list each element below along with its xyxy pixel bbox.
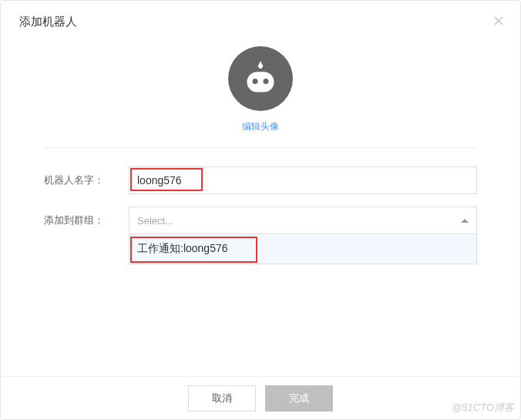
- select-placeholder: Select...: [137, 215, 173, 227]
- group-option[interactable]: 工作通知:loong576: [129, 234, 476, 264]
- dialog-title: 添加机器人: [19, 15, 502, 29]
- cancel-button[interactable]: 取消: [188, 385, 256, 412]
- edit-avatar-link[interactable]: 编辑头像: [242, 121, 279, 132]
- name-label: 机器人名字：: [44, 173, 129, 187]
- submit-button[interactable]: 完成: [265, 385, 333, 412]
- robot-name-input[interactable]: [129, 166, 477, 194]
- chevron-up-icon: [461, 219, 469, 223]
- svg-point-3: [264, 79, 269, 84]
- svg-rect-1: [247, 72, 274, 92]
- divider: [44, 147, 477, 148]
- group-label: 添加到群组：: [44, 213, 129, 227]
- robot-avatar: [228, 46, 293, 111]
- group-dropdown: 工作通知:loong576: [129, 234, 477, 264]
- svg-point-0: [258, 65, 262, 69]
- group-select[interactable]: Select...: [129, 207, 477, 234]
- close-icon[interactable]: [492, 15, 505, 27]
- svg-point-2: [253, 79, 258, 84]
